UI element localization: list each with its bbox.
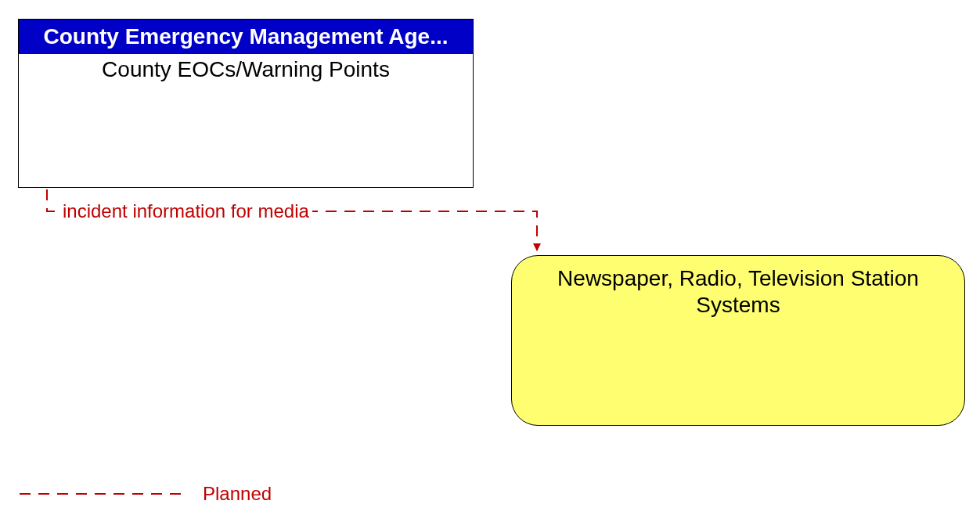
- source-node-header: County Emergency Management Age...: [19, 20, 473, 54]
- legend-planned-label: Planned: [203, 483, 272, 505]
- source-node-title: County EOCs/Warning Points: [19, 54, 473, 82]
- target-node-title: Newspaper, Radio, Television Station Sys…: [557, 266, 919, 317]
- source-node[interactable]: County Emergency Management Age... Count…: [18, 19, 474, 188]
- flow-label: incident information for media: [59, 200, 312, 222]
- target-node[interactable]: Newspaper, Radio, Television Station Sys…: [511, 255, 965, 426]
